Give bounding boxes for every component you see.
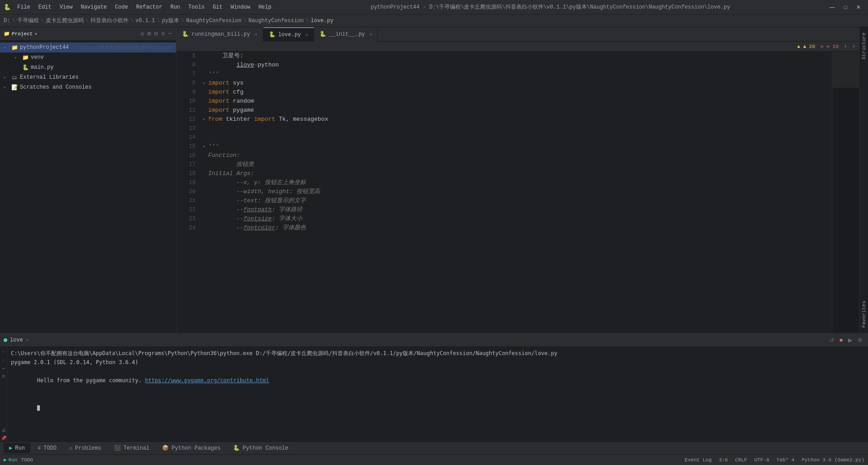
menu-run[interactable]: Run: [167, 3, 184, 11]
fold-icon-14[interactable]: [203, 133, 208, 142]
sidebar-item-project[interactable]: ▾ 📁 pythonProject44 C:\Users\你不配拥有这台电脑\P…: [0, 43, 176, 52]
breadcrumb-item-1[interactable]: 千寻编程: [17, 17, 39, 24]
bottom-tab-python-packages[interactable]: 📦 Python Packages: [157, 443, 226, 453]
tab-close-init[interactable]: ✕: [369, 32, 372, 37]
menu-navigate[interactable]: Navigate: [77, 3, 110, 11]
pygame-community-link[interactable]: https://www.pygame.org/contribute.html: [145, 377, 269, 384]
encoding[interactable]: UTF-8: [754, 457, 769, 463]
bottom-tab-terminal[interactable]: ⬛ Terminal: [109, 443, 155, 453]
maximize-button[interactable]: □: [840, 3, 851, 11]
scroll-to-bottom-icon[interactable]: ⬇: [852, 43, 855, 49]
breadcrumb-item-6[interactable]: NaughtyConfession: [186, 18, 241, 24]
favorites-label[interactable]: Favorites: [860, 297, 868, 331]
sidebar-hide-icon[interactable]: —: [167, 29, 172, 38]
breadcrumb-item-4[interactable]: v0.1.1: [135, 18, 155, 24]
fold-icon-11[interactable]: [203, 106, 208, 115]
close-button[interactable]: ✕: [853, 3, 864, 11]
sidebar-collapse-icon[interactable]: ⊟: [153, 29, 158, 38]
stop-button[interactable]: ■: [838, 336, 844, 344]
run-tab-close[interactable]: ✕: [26, 337, 29, 343]
code-token-import2: import: [208, 88, 229, 97]
fold-icon-5[interactable]: [203, 52, 208, 61]
sidebar-item-venv[interactable]: ▸ 📁 venv: [0, 52, 176, 62]
sidebar-item-scratches[interactable]: ▸ 📝 Scratches and Consoles: [0, 82, 176, 92]
fold-icon-8[interactable]: ▸: [203, 79, 208, 88]
event-log-btn[interactable]: Event Log: [685, 457, 711, 463]
fold-icon-23[interactable]: [203, 214, 208, 223]
line-ending[interactable]: CRLF: [735, 457, 747, 463]
menu-window[interactable]: Window: [227, 3, 254, 11]
tab-init[interactable]: 🐍 __init__.py ✕: [314, 27, 378, 42]
editor-content[interactable]: 56789101112131415161718192021222324 卫星号:…: [176, 52, 859, 333]
tab-runningman[interactable]: 🐍 runningman_bili.py ✕: [176, 27, 263, 42]
fold-icon-22[interactable]: [203, 205, 208, 214]
fold-icon-18[interactable]: [203, 169, 208, 178]
bottom-tab-todo[interactable]: ≡ TODO: [32, 443, 62, 453]
tab-love[interactable]: 🐍 love.py ✕: [263, 27, 314, 42]
scroll-down-btn[interactable]: ↓: [0, 357, 7, 363]
breadcrumb-drive[interactable]: D:: [4, 18, 10, 24]
soft-wrap-btn[interactable]: ↵: [0, 365, 7, 371]
fold-icon-15[interactable]: ▸: [203, 142, 208, 151]
bottom-tab-python-console[interactable]: 🐍 Python Console: [228, 443, 294, 453]
editor-errors[interactable]: ✕ ✕ 19: [820, 43, 839, 49]
tab-close-love[interactable]: ✕: [305, 32, 308, 38]
structure-label[interactable]: Structure: [860, 29, 868, 63]
fold-icon-10[interactable]: [203, 97, 208, 106]
bottom-tab-run[interactable]: ▶ Run: [4, 443, 30, 453]
sidebar-settings-icon[interactable]: ⚙: [161, 29, 166, 38]
todo-status[interactable]: TODO: [21, 457, 33, 463]
run-tab[interactable]: love ✕: [4, 337, 29, 343]
python-version[interactable]: Python 3.6 (Game2.py): [801, 457, 864, 463]
sidebar-locate-icon[interactable]: ◎: [140, 29, 145, 38]
menu-git[interactable]: Git: [209, 3, 226, 11]
console-area[interactable]: C:\Users\你不配拥有这台电脑\AppData\Local\Program…: [7, 347, 868, 441]
fold-icon-21[interactable]: [203, 196, 208, 205]
menu-tools[interactable]: Tools: [185, 3, 208, 11]
scroll-to-top-icon[interactable]: ⬆: [844, 43, 847, 49]
fold-icon-12[interactable]: ▸: [203, 115, 208, 124]
breadcrumb-item-7[interactable]: NaughtyConfession: [248, 18, 304, 24]
resume-button[interactable]: ▶: [846, 336, 854, 344]
menu-code[interactable]: Code: [111, 3, 132, 11]
menu-view[interactable]: View: [56, 3, 76, 11]
run-button[interactable]: ▶ Run: [4, 457, 17, 463]
fold-icon-6[interactable]: [203, 61, 208, 70]
sidebar-header: 📁 Project ▾ ◎ ⊞ ⊟ ⚙ —: [0, 27, 176, 41]
menu-help[interactable]: Help: [255, 3, 275, 11]
fold-icon-13[interactable]: [203, 124, 208, 133]
rerun-button[interactable]: ↺: [828, 336, 836, 344]
fold-icon-7[interactable]: [203, 70, 208, 79]
tab-close-runningman[interactable]: ✕: [255, 32, 258, 37]
menu-refactor[interactable]: Refactor: [133, 3, 166, 11]
sidebar-dropdown-icon[interactable]: ▾: [34, 31, 37, 37]
pin-btn[interactable]: 📌: [0, 435, 7, 441]
indent[interactable]: Tab* 4: [777, 457, 795, 463]
code-area[interactable]: 卫星号: ilove-python ''' ▸: [199, 52, 832, 333]
breadcrumb-file[interactable]: love.py: [311, 18, 334, 24]
scroll-up-btn[interactable]: ↑: [0, 349, 7, 355]
sidebar-item-ext-libs[interactable]: ▸ 🗂 External Libraries: [0, 72, 176, 82]
bottom-tab-problems[interactable]: ⚠ Problems: [64, 443, 107, 453]
editor-warnings[interactable]: ▲ ▲ 20: [797, 44, 815, 49]
print-btn[interactable]: 🖨: [0, 427, 7, 433]
fold-icon-20[interactable]: [203, 187, 208, 196]
fold-icon-16[interactable]: [203, 151, 208, 160]
breadcrumb-item-2[interactable]: 皮卡丘爬虫源码: [46, 17, 84, 24]
settings-button[interactable]: ⚙: [856, 336, 864, 344]
fold-icon-19[interactable]: [203, 178, 208, 187]
fold-icon-24[interactable]: [203, 223, 208, 232]
sidebar-expand-icon[interactable]: ⊞: [147, 29, 152, 38]
menu-edit[interactable]: Edit: [35, 3, 55, 11]
filter-btn[interactable]: ⊟: [0, 373, 7, 380]
console-line-3: Hello from the pygame community. https:/…: [11, 367, 864, 394]
sidebar-item-main-py[interactable]: 🐍 main.py: [0, 62, 176, 72]
breadcrumb-item-5[interactable]: py版本: [162, 17, 179, 24]
code-line-17: 按钮类: [203, 160, 828, 169]
minimize-button[interactable]: —: [826, 3, 839, 11]
terminal-label: Terminal: [124, 445, 150, 451]
fold-icon-17[interactable]: [203, 160, 208, 169]
breadcrumb-item-3[interactable]: 抖音表白小软件: [91, 17, 129, 24]
fold-icon-9[interactable]: [203, 88, 208, 97]
menu-file[interactable]: File: [14, 3, 34, 11]
